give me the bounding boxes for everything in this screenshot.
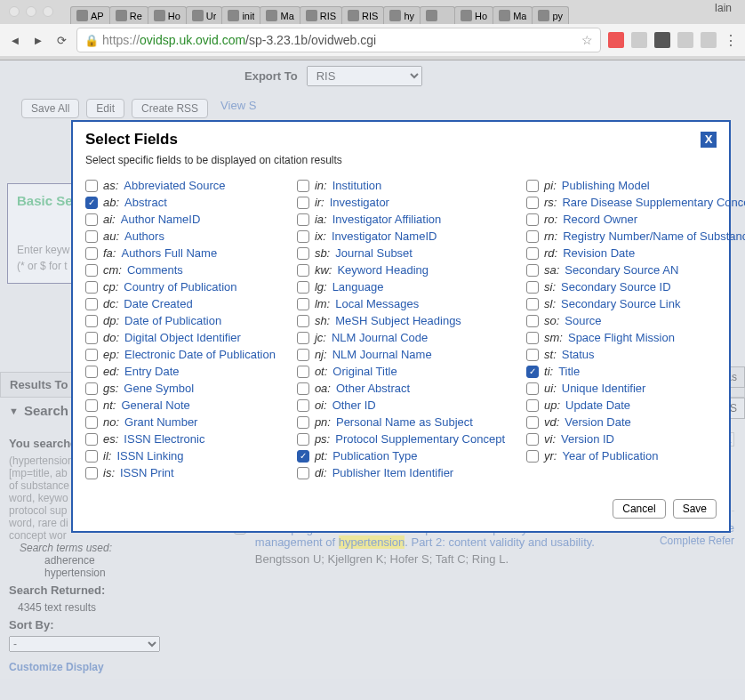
save-button[interactable]: Save <box>673 499 717 519</box>
field-label[interactable]: Electronic Date of Publication <box>124 348 276 361</box>
user-profile[interactable]: Iain <box>715 0 745 14</box>
edit-button[interactable]: Edit <box>86 99 124 118</box>
field-label[interactable]: Country of Publication <box>124 280 236 294</box>
field-checkbox-il[interactable] <box>85 450 98 463</box>
extension-icon[interactable] <box>677 32 693 48</box>
field-label[interactable]: Revision Date <box>563 246 635 260</box>
browser-tab[interactable]: Ho <box>454 6 493 24</box>
field-label[interactable]: Institution <box>332 179 382 192</box>
sort-by-select[interactable]: - <box>9 636 160 652</box>
cancel-button[interactable]: Cancel <box>613 499 665 519</box>
reload-button[interactable]: ⟳ <box>53 32 69 48</box>
browser-tab[interactable]: Ma <box>260 6 300 24</box>
field-label[interactable]: Update Date <box>565 398 630 412</box>
browser-tab[interactable]: RIS <box>300 6 342 24</box>
field-label[interactable]: Abbreviated Source <box>124 179 225 192</box>
field-checkbox-ix[interactable] <box>297 230 309 243</box>
field-label[interactable]: Gene Symbol <box>124 382 194 395</box>
field-checkbox-ab[interactable] <box>85 197 98 209</box>
field-checkbox-di[interactable] <box>297 467 309 479</box>
field-checkbox-gs[interactable] <box>85 382 98 395</box>
field-checkbox-nj[interactable] <box>297 349 309 361</box>
field-checkbox-ai[interactable] <box>85 213 98 226</box>
field-label[interactable]: Title <box>558 365 580 378</box>
field-checkbox-st[interactable] <box>526 349 539 361</box>
field-label[interactable]: Version ID <box>561 432 614 446</box>
field-checkbox-ro[interactable] <box>526 213 539 226</box>
field-label[interactable]: Authors Full Name <box>121 246 217 260</box>
field-label[interactable]: Investigator <box>330 196 389 209</box>
browser-tab[interactable]: Re <box>109 6 148 24</box>
field-checkbox-sm[interactable] <box>526 332 539 344</box>
field-checkbox-as[interactable] <box>85 180 98 192</box>
field-label[interactable]: Unique Identifier <box>562 382 646 395</box>
field-checkbox-au[interactable] <box>85 230 98 243</box>
field-checkbox-si[interactable] <box>526 281 539 294</box>
field-label[interactable]: Keyword Heading <box>337 263 429 277</box>
save-all-button[interactable]: Save All <box>21 99 79 118</box>
field-checkbox-ot[interactable] <box>297 366 309 378</box>
evernote-icon[interactable] <box>631 32 647 48</box>
browser-tab[interactable] <box>420 6 455 24</box>
field-checkbox-oa[interactable] <box>297 382 309 395</box>
field-checkbox-sb[interactable] <box>297 247 309 260</box>
forward-button[interactable]: ► <box>30 32 46 48</box>
window-max-dot[interactable] <box>43 6 53 17</box>
field-checkbox-vi[interactable] <box>526 433 539 446</box>
field-checkbox-rs[interactable] <box>526 197 539 209</box>
field-label[interactable]: Entry Date <box>124 365 179 378</box>
field-checkbox-fa[interactable] <box>85 247 98 260</box>
field-label[interactable]: Language <box>332 280 384 294</box>
field-label[interactable]: Author NameID <box>121 213 201 226</box>
field-label[interactable]: Registry Number/Name of Substance <box>563 229 745 243</box>
field-label[interactable]: Publisher Item Identifier <box>332 466 454 479</box>
field-label[interactable]: Secondary Source ID <box>561 280 671 294</box>
field-label[interactable]: ISSN Print <box>120 466 174 479</box>
field-checkbox-pi[interactable] <box>526 180 539 192</box>
field-checkbox-sl[interactable] <box>526 298 539 310</box>
field-checkbox-lg[interactable] <box>297 281 309 294</box>
field-label[interactable]: Status <box>562 348 595 361</box>
field-checkbox-es[interactable] <box>85 433 98 446</box>
address-bar[interactable]: 🔒 https:// ovidsp.uk.ovid.com /sp-3.23.1… <box>76 28 601 52</box>
field-checkbox-pn[interactable] <box>297 416 309 429</box>
field-checkbox-in[interactable] <box>297 180 309 192</box>
window-min-dot[interactable] <box>26 6 36 17</box>
field-checkbox-sh[interactable] <box>297 315 309 327</box>
field-checkbox-ir[interactable] <box>297 197 309 209</box>
field-label[interactable]: Year of Publication <box>562 449 658 463</box>
field-label[interactable]: Digital Object Identifier <box>124 331 241 344</box>
field-checkbox-dp[interactable] <box>85 315 98 327</box>
field-label[interactable]: ISSN Linking <box>116 449 183 463</box>
window-close-dot[interactable] <box>9 6 20 17</box>
field-label[interactable]: Other Abstract <box>336 382 410 395</box>
field-label[interactable]: Abstract <box>124 196 167 209</box>
field-label[interactable]: Journal Subset <box>335 246 413 260</box>
field-checkbox-no[interactable] <box>85 416 98 429</box>
field-label[interactable]: Rare Disease Supplementary Concept <box>562 196 745 209</box>
pocket-icon[interactable] <box>654 32 670 48</box>
field-checkbox-dc[interactable] <box>85 298 98 310</box>
field-label[interactable]: NLM Journal Name <box>332 348 432 361</box>
browser-tab[interactable]: Ma <box>493 6 533 24</box>
field-checkbox-rd[interactable] <box>526 247 539 260</box>
view-link[interactable]: View S <box>220 99 256 118</box>
field-label[interactable]: Publication Type <box>332 449 417 463</box>
browser-tab[interactable]: py <box>532 6 569 24</box>
field-label[interactable]: Other ID <box>332 398 376 412</box>
field-label[interactable]: Space Flight Mission <box>568 331 675 344</box>
field-label[interactable]: MeSH Subject Headings <box>335 314 461 327</box>
field-checkbox-ed[interactable] <box>85 366 98 378</box>
menu-icon[interactable]: ⋮ <box>724 32 738 49</box>
export-format-select[interactable]: RIS <box>307 66 422 86</box>
field-checkbox-so[interactable] <box>526 315 539 327</box>
field-label[interactable]: Publishing Model <box>562 179 650 192</box>
field-label[interactable]: General Note <box>121 398 189 412</box>
field-label[interactable]: Personal Name as Subject <box>336 415 473 429</box>
field-label[interactable]: Secondary Source Link <box>561 297 680 310</box>
field-label[interactable]: Investigator NameID <box>332 229 437 243</box>
browser-tab[interactable]: Ho <box>148 6 187 24</box>
field-label[interactable]: Grant Number <box>124 415 197 429</box>
modal-close-button[interactable]: X <box>701 132 717 148</box>
field-label[interactable]: Comments <box>127 263 183 277</box>
